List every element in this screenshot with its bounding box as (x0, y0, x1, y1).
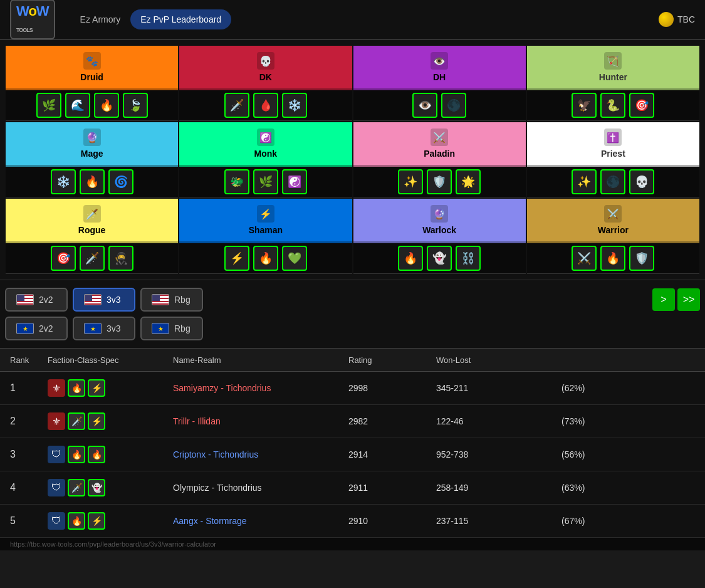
warrior-icon: ⚔️ (604, 205, 622, 223)
class-hunter-button[interactable]: 🏹 Hunter (527, 46, 699, 90)
warlock-icon: 🔮 (431, 205, 448, 223)
icons-1: ⚜ 🔥 ⚡ (48, 379, 173, 397)
spec-warlock-0[interactable]: 🔥 (398, 246, 423, 271)
nav-leaderboard-button[interactable]: Ez PvP Leaderboard (130, 9, 231, 29)
us-rbg-button[interactable]: Rbg (140, 288, 203, 312)
rating-5: 2910 (348, 516, 436, 526)
player-name-1[interactable]: Samiyamzy - Tichondrius (173, 383, 348, 393)
spec-druid-0[interactable]: 🌿 (36, 93, 61, 118)
bracket-section: 2v2 3v3 Rbg > >> ★ 2v2 ★ 3v3 ★ Rbg (0, 280, 705, 348)
spec-paladin-1[interactable]: 🛡️ (427, 169, 452, 194)
class-priest-button[interactable]: ✝️ Priest (527, 122, 699, 167)
class-paladin-button[interactable]: ⚔️ Paladin (353, 122, 526, 167)
spec-druid-1[interactable]: 🌊 (65, 93, 90, 118)
paladin-specs: ✨ 🛡️ 🌟 (353, 167, 526, 197)
spec-warrior-0[interactable]: ⚔️ (572, 246, 597, 271)
spec-icon-3a: 🔥 (68, 446, 85, 463)
eu-rbg-button[interactable]: ★ Rbg (140, 317, 203, 340)
table-row: 1 ⚜ 🔥 ⚡ Samiyamzy - Tichondrius 2998 345… (0, 372, 705, 405)
faction-icon-3: 🛡 (48, 446, 65, 463)
icons-2: ⚜ 🗡️ ⚡ (48, 412, 173, 430)
icons-5: 🛡 🔥 ⚡ (48, 512, 173, 530)
spec-priest-0[interactable]: ✨ (572, 169, 597, 194)
druid-icon: 🐾 (83, 52, 101, 70)
faction-icon-2: ⚜ (48, 412, 65, 430)
player-name-5[interactable]: Aangx - Stormrage (173, 516, 348, 526)
last-page-button[interactable]: >> (677, 288, 700, 311)
spec-rogue-0[interactable]: 🎯 (51, 246, 76, 271)
us-3v3-button[interactable]: 3v3 (73, 288, 135, 312)
class-rogue-button[interactable]: 🗡️ Rogue (6, 199, 178, 243)
eu-2v2-label: 2v2 (39, 323, 53, 333)
spec-hunter-0[interactable]: 🦅 (572, 93, 597, 118)
spec-dk-1[interactable]: 🩸 (253, 93, 278, 118)
spec-shaman-2[interactable]: 💚 (282, 246, 307, 271)
tbc-label: TBC (677, 14, 695, 24)
spec-dh-0[interactable]: 👁️ (412, 93, 437, 118)
dk-specs: 🗡️ 🩸 ❄️ (179, 90, 352, 121)
spec-monk-2[interactable]: ☯️ (282, 169, 307, 194)
class-shaman-button[interactable]: ⚡ Shaman (179, 199, 352, 243)
next-page-button[interactable]: > (652, 288, 675, 311)
spec-dk-2[interactable]: ❄️ (282, 93, 307, 118)
spec-warrior-1[interactable]: 🔥 (600, 246, 625, 271)
class-mage-button[interactable]: 🔮 Mage (6, 122, 178, 167)
class-priest: ✝️ Priest ✨ 🌑 💀 (526, 122, 700, 198)
class-monk: ☯️ Monk 🐲 🌿 ☯️ (179, 122, 352, 198)
class-monk-button[interactable]: ☯️ Monk (179, 122, 352, 167)
spec-druid-3[interactable]: 🍃 (123, 93, 148, 118)
class-warlock-button[interactable]: 🔮 Warlock (353, 199, 526, 243)
class-warrior-button[interactable]: ⚔️ Warrior (527, 199, 699, 243)
pct-3: (56%) (561, 449, 637, 459)
faction-icon-5: 🛡 (48, 512, 65, 530)
spec-warrior-2[interactable]: 🛡️ (629, 246, 654, 271)
rank-5: 5 (10, 515, 48, 527)
shaman-specs: ⚡ 🔥 💚 (179, 243, 352, 274)
priest-icon: ✝️ (604, 129, 622, 146)
spec-monk-1[interactable]: 🌿 (253, 169, 278, 194)
spec-warlock-2[interactable]: ⛓️ (456, 246, 481, 271)
class-dk-button[interactable]: 💀 DK (179, 46, 352, 90)
spec-druid-2[interactable]: 🔥 (94, 93, 119, 118)
us-flag-icon-2 (84, 294, 102, 305)
eu-3v3-button[interactable]: ★ 3v3 (73, 317, 135, 340)
spec-rogue-1[interactable]: 🗡️ (80, 246, 105, 271)
us-2v2-label: 2v2 (39, 295, 53, 305)
class-dh-button[interactable]: 👁️ DH (353, 46, 526, 90)
spec-hunter-2[interactable]: 🎯 (629, 93, 654, 118)
spec-monk-0[interactable]: 🐲 (224, 169, 249, 194)
spec-mage-1[interactable]: 🔥 (80, 169, 105, 194)
spec-shaman-0[interactable]: ⚡ (224, 246, 249, 271)
eu-3v3-label: 3v3 (107, 323, 121, 333)
spec-mage-2[interactable]: 🌀 (108, 169, 133, 194)
spec-shaman-1[interactable]: 🔥 (253, 246, 278, 271)
spec-mage-0[interactable]: ❄️ (51, 169, 76, 194)
spec-rogue-2[interactable]: 🥷 (108, 246, 133, 271)
spec-dh-1[interactable]: 🌑 (441, 93, 466, 118)
player-name-2[interactable]: Trillr - Illidan (173, 416, 348, 426)
leaderboard: Rank Faction-Class-Spec Name-Realm Ratin… (0, 348, 705, 538)
spec-priest-1[interactable]: 🌑 (600, 169, 625, 194)
player-name-3[interactable]: Criptonx - Tichondrius (173, 449, 348, 459)
header-rank: Rank (10, 355, 48, 365)
class-warrior: ⚔️ Warrior ⚔️ 🔥 🛡️ (526, 198, 700, 275)
rank-3: 3 (10, 449, 48, 460)
class-druid-button[interactable]: 🐾 Druid (6, 46, 178, 90)
spec-icon-4a: 🗡️ (68, 479, 85, 496)
tbc-selector[interactable]: TBC (659, 12, 695, 27)
player-name-4[interactable]: Olympicz - Tichondrius (173, 483, 348, 493)
spec-priest-2[interactable]: 💀 (629, 169, 654, 194)
rank-2: 2 (10, 416, 48, 427)
logo: WoWTOOLS (10, 0, 55, 39)
spec-hunter-1[interactable]: 🐍 (600, 93, 625, 118)
spec-paladin-2[interactable]: 🌟 (456, 169, 481, 194)
spec-warlock-1[interactable]: 👻 (427, 246, 452, 271)
header-won-lost: Won-Lost (436, 355, 561, 365)
eu-2v2-button[interactable]: ★ 2v2 (5, 317, 68, 340)
spec-dk-0[interactable]: 🗡️ (224, 93, 249, 118)
nav-armory-button[interactable]: Ez Armory (70, 9, 131, 29)
mage-icon: 🔮 (83, 129, 101, 146)
spec-paladin-0[interactable]: ✨ (398, 169, 423, 194)
pct-1: (62%) (561, 383, 637, 393)
us-2v2-button[interactable]: 2v2 (5, 288, 68, 312)
